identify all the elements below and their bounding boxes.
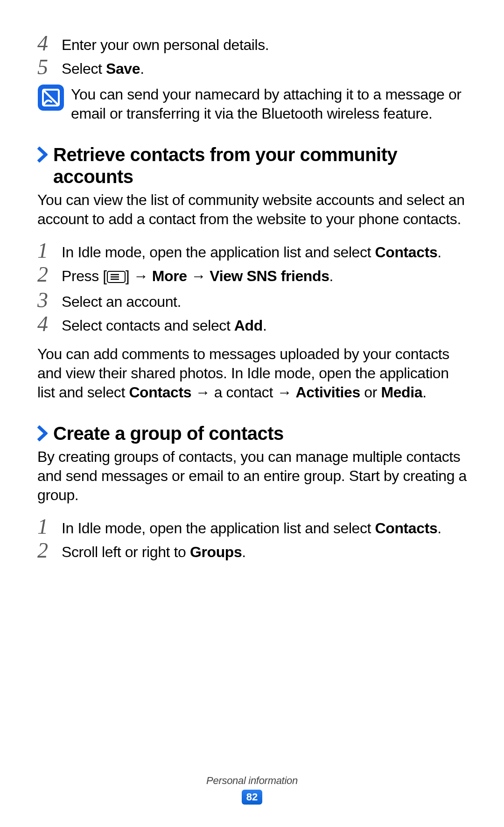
step-text: Select an account. bbox=[62, 290, 467, 311]
chevron-right-icon bbox=[37, 423, 53, 443]
note-icon bbox=[37, 84, 65, 112]
section-title: Create a group of contacts bbox=[53, 423, 467, 445]
step-text: Enter your own personal details. bbox=[62, 33, 467, 55]
step-text: Select Save. bbox=[62, 57, 467, 78]
section-heading: Create a group of contacts bbox=[37, 423, 467, 445]
numbered-step: 4Select contacts and select Add. bbox=[37, 313, 467, 335]
numbered-step: 1In Idle mode, open the application list… bbox=[37, 240, 467, 262]
note-text: You can send your namecard by attaching … bbox=[71, 84, 467, 123]
step-number: 1 bbox=[37, 240, 62, 262]
section-heading: Retrieve contacts from your community ac… bbox=[37, 144, 467, 188]
menu-key-icon bbox=[107, 269, 126, 288]
step-text: Press [] → More → View SNS friends. bbox=[62, 264, 467, 288]
step-number: 1 bbox=[37, 516, 62, 537]
step-text: In Idle mode, open the application list … bbox=[62, 240, 467, 262]
page-number-badge: 82 bbox=[242, 790, 262, 805]
numbered-step: 1In Idle mode, open the application list… bbox=[37, 516, 467, 538]
numbered-step: 3Select an account. bbox=[37, 290, 467, 311]
step-number: 3 bbox=[37, 290, 62, 311]
numbered-step: 2Scroll left or right to Groups. bbox=[37, 540, 467, 562]
chevron-right-icon bbox=[37, 144, 53, 164]
section-title: Retrieve contacts from your community ac… bbox=[53, 144, 467, 188]
section-intro: By creating groups of contacts, you can … bbox=[37, 447, 467, 505]
step-number: 2 bbox=[37, 264, 62, 285]
section-outro: You can add comments to messages uploade… bbox=[37, 345, 467, 402]
step-number: 5 bbox=[37, 57, 62, 78]
numbered-step: 5Select Save. bbox=[37, 57, 467, 78]
footer-section-label: Personal information bbox=[0, 775, 504, 787]
step-number: 4 bbox=[37, 33, 62, 54]
section-intro: You can view the list of community websi… bbox=[37, 191, 467, 229]
step-text: Select contacts and select Add. bbox=[62, 313, 467, 335]
step-number: 4 bbox=[37, 313, 62, 335]
step-text: In Idle mode, open the application list … bbox=[62, 516, 467, 538]
page-footer: Personal information 82 bbox=[0, 775, 504, 805]
document-page: 4Enter your own personal details.5Select… bbox=[0, 0, 504, 827]
step-text: Scroll left or right to Groups. bbox=[62, 540, 467, 562]
step-number: 2 bbox=[37, 540, 62, 561]
numbered-step: 2Press [] → More → View SNS friends. bbox=[37, 264, 467, 288]
numbered-step: 4Enter your own personal details. bbox=[37, 33, 467, 55]
note-row: You can send your namecard by attaching … bbox=[37, 84, 467, 123]
